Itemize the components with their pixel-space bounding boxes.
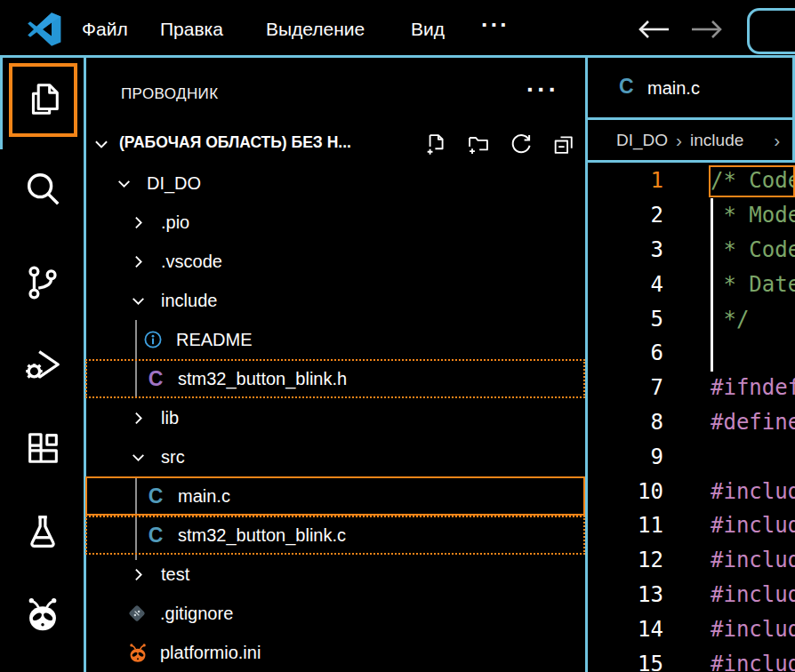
code-line[interactable]: 10#include [587, 474, 795, 508]
tree-item-test[interactable]: test [85, 555, 585, 594]
nav-forward-icon[interactable] [688, 18, 726, 41]
breadcrumb-item[interactable]: DI_DO [616, 131, 668, 150]
tree-item-label: stm32_button_blink.h [178, 369, 347, 389]
tree-item-label: test [161, 564, 189, 585]
chevron-down-icon [130, 292, 147, 309]
new-file-icon[interactable] [423, 132, 448, 156]
tree-item-label: include [161, 291, 217, 311]
search-icon[interactable] [22, 168, 63, 209]
tree-item-stm32-button-blink-h[interactable]: C stm32_button_blink.h [85, 359, 585, 398]
tree-item-src[interactable]: src [85, 437, 585, 476]
code-line[interactable]: 6 [587, 336, 795, 371]
code-line[interactable]: 7#ifndef [587, 371, 795, 405]
nav-back-icon[interactable] [635, 18, 672, 41]
testing-flask-icon[interactable] [22, 511, 63, 552]
menu-file[interactable]: Файл [82, 19, 128, 40]
tree-item-vscode[interactable]: .vscode [85, 242, 585, 281]
tree-item-label: .pio [161, 212, 189, 233]
line-number: 15 [587, 652, 663, 672]
breadcrumb-bottom-border [588, 160, 795, 163]
code-line[interactable]: 13#include [587, 578, 795, 612]
editor-indent-guide [711, 198, 713, 372]
chevron-right-icon [130, 566, 147, 583]
line-number: 3 [587, 237, 663, 262]
sidebar-title: ПРОВОДНИК [121, 85, 219, 103]
new-folder-icon[interactable] [466, 132, 491, 156]
workspace-chevron-down-icon[interactable] [92, 135, 110, 153]
run-debug-icon[interactable] [22, 344, 63, 385]
code-line[interactable]: 9 [587, 439, 795, 474]
c-file-icon: C [144, 486, 167, 507]
tree-item-lib[interactable]: lib [85, 398, 585, 437]
breadcrumb-item[interactable]: include [690, 131, 743, 150]
platformio-ant-icon[interactable] [22, 593, 63, 634]
line-number: 13 [587, 582, 663, 607]
chevron-down-icon [116, 175, 132, 192]
active-line-border [709, 165, 795, 197]
code-text: #include [711, 617, 795, 642]
breadcrumb: DI_DO › include › [587, 121, 795, 160]
tree-item-di-do[interactable]: DI_DO [85, 164, 585, 203]
code-editor[interactable]: 1/* Code 2 * Mode 3 * Code 4 * Date 5 */… [587, 164, 795, 672]
platformio-icon [126, 641, 149, 664]
code-text: #ifndef [711, 375, 795, 400]
code-text: #define [711, 410, 795, 435]
line-number: 14 [587, 617, 663, 642]
explorer-files-icon[interactable] [22, 79, 63, 120]
breadcrumb-separator-icon: › [774, 130, 780, 151]
tree-item-platformio-ini[interactable]: platformio.ini [85, 633, 585, 672]
tab-c-file-icon: C [619, 76, 634, 97]
menu-more-icon[interactable]: ··· [481, 12, 510, 39]
tree-item-pio[interactable]: .pio [85, 203, 585, 242]
collapse-all-icon[interactable] [551, 132, 576, 156]
code-line[interactable]: 11#include [587, 508, 795, 543]
code-line[interactable]: 8#define [587, 405, 795, 440]
tree-item-readme[interactable]: README [85, 320, 585, 359]
tree-item-main-c[interactable]: C main.c [85, 476, 585, 516]
line-number: 6 [587, 340, 663, 365]
tree-item-label: stm32_button_blink.c [178, 525, 346, 546]
code-text: * Code [711, 237, 795, 262]
vscode-window: Файл Правка Выделение Вид ··· [0, 0, 795, 672]
code-line[interactable]: 2 * Mode [587, 198, 795, 233]
command-center-searchbox[interactable] [747, 8, 795, 54]
c-file-icon: C [144, 525, 167, 546]
c-file-icon: C [144, 369, 167, 389]
code-line[interactable]: 14#include [587, 612, 795, 646]
code-text: * Mode [711, 203, 795, 228]
menu-view[interactable]: Вид [411, 19, 445, 40]
code-text: * Date [711, 272, 795, 297]
line-number: 8 [587, 410, 663, 435]
extensions-icon[interactable] [22, 428, 63, 468]
tabbar-bottom-border [588, 117, 795, 120]
refresh-icon[interactable] [509, 132, 534, 156]
code-line[interactable]: 3 * Code [587, 233, 795, 268]
code-line[interactable]: 12#include [587, 543, 795, 578]
line-number: 4 [587, 272, 663, 297]
line-number: 12 [587, 548, 663, 572]
tree-item-include[interactable]: include [85, 281, 585, 320]
tree-item-gitignore[interactable]: .gitignore [85, 594, 585, 633]
code-line[interactable]: 15#include [587, 646, 795, 672]
code-line[interactable]: 5 */ [587, 301, 795, 336]
tree-item-stm32-button-blink-c[interactable]: C stm32_button_blink.c [85, 516, 585, 555]
chevron-right-icon [130, 410, 147, 427]
tree-item-label: src [161, 447, 185, 468]
code-text: */ [711, 307, 749, 332]
sidebar-more-icon[interactable]: ··· [526, 76, 559, 104]
code-text: #include [711, 652, 795, 672]
line-number: 11 [587, 513, 663, 538]
line-number: 9 [587, 444, 663, 469]
tab-main-c[interactable]: main.c [647, 78, 700, 99]
tree-item-label: DI_DO [147, 173, 201, 194]
menu-edit[interactable]: Правка [160, 19, 223, 40]
workspace-section-label[interactable]: (РАБОЧАЯ ОБЛАСТЬ) БЕЗ Н... [119, 133, 351, 152]
tree-item-label: lib [161, 408, 179, 428]
chevron-right-icon [130, 214, 147, 231]
git-branch-icon[interactable] [22, 262, 63, 303]
menu-selection[interactable]: Выделение [266, 19, 365, 40]
tree-item-label: .gitignore [160, 604, 233, 624]
line-number: 7 [587, 375, 663, 400]
activitybar-left-border [0, 58, 3, 149]
code-line[interactable]: 4 * Date [587, 267, 795, 301]
